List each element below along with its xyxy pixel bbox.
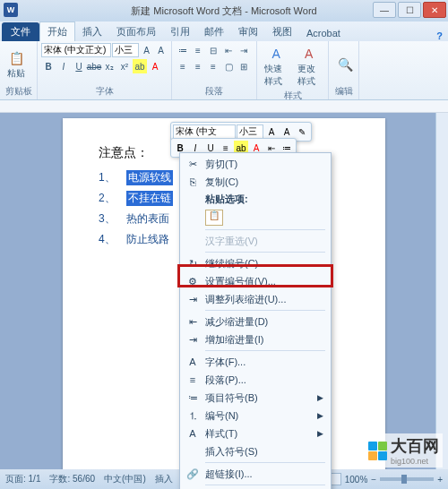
status-page[interactable]: 页面: 1/1	[5, 473, 40, 485]
mini-format-painter-icon[interactable]: ✎	[295, 124, 309, 139]
status-insert[interactable]: 插入	[155, 473, 173, 485]
menu-numbering[interactable]: ⒈编号(N)▶	[182, 407, 329, 425]
shading-icon[interactable]: ▢	[221, 59, 236, 73]
menu-copy[interactable]: ⎘复制(C)	[182, 173, 329, 191]
align-right-icon[interactable]: ≡	[206, 59, 220, 73]
subscript-button[interactable]: x₂	[102, 59, 116, 73]
menu-styles[interactable]: A样式(T)▶	[182, 425, 329, 442]
window-controls: — ☐ ✕	[371, 2, 446, 18]
window-title: 新建 Microsoft Word 文档 - Microsoft Word	[131, 4, 316, 18]
group-font-label: 字体	[41, 85, 168, 98]
borders-icon[interactable]: ⊞	[237, 59, 251, 73]
shrink-font-icon[interactable]: A	[154, 43, 168, 57]
change-styles-button[interactable]: A更改样式	[294, 43, 325, 90]
group-clipboard-label: 剪贴板	[4, 85, 33, 98]
align-center-icon[interactable]: ≡	[191, 59, 205, 73]
grow-font-icon[interactable]: A	[140, 43, 153, 57]
menu-cut[interactable]: ✂剪切(T)	[182, 155, 329, 173]
watermark-logo-icon	[367, 441, 387, 460]
copy-icon: ⎘	[185, 176, 200, 187]
tab-review[interactable]: 审阅	[231, 22, 265, 41]
zoom-out-button[interactable]: −	[371, 475, 376, 485]
zoom-in-button[interactable]: +	[437, 475, 443, 485]
minimize-button[interactable]: —	[373, 2, 396, 18]
context-menu: ✂剪切(T) ⎘复制(C) 粘贴选项: 📋 汉字重选(V) ↻继续编号(C) ⚙…	[179, 152, 332, 489]
multilevel-icon[interactable]: ⊟	[206, 43, 220, 57]
group-font: A A B I U abe x₂ x² ab A 字体	[38, 41, 172, 99]
numbering-icon: ⒈	[185, 409, 200, 423]
status-words[interactable]: 字数: 56/60	[49, 473, 95, 485]
paragraph-icon: ≡	[185, 374, 200, 385]
tab-acrobat[interactable]: Acrobat	[299, 25, 348, 41]
superscript-button[interactable]: x²	[117, 59, 132, 73]
menu-restart-numbering[interactable]: ↻继续编号(C)	[182, 254, 329, 272]
group-editing-label: 编辑	[332, 85, 355, 98]
quick-styles-button[interactable]: A快速样式	[261, 43, 292, 90]
ribbon-tabs: 文件 开始 插入 页面布局 引用 邮件 审阅 视图 Acrobat ?	[0, 21, 448, 41]
group-clipboard: 📋粘贴 剪贴板	[0, 41, 38, 99]
italic-button[interactable]: I	[56, 59, 71, 73]
underline-button[interactable]: U	[72, 59, 86, 73]
indent-right-icon[interactable]: ⇥	[237, 43, 251, 57]
tab-insert[interactable]: 插入	[75, 22, 109, 41]
numbering-icon[interactable]: ≡	[191, 43, 205, 57]
menu-set-numbering-value[interactable]: ⚙设置编号值(V)...	[182, 272, 329, 290]
indent-left-icon[interactable]: ⇤	[221, 43, 236, 57]
zoom-level[interactable]: 100%	[345, 475, 368, 485]
paste-options-header: 粘贴选项:	[182, 191, 329, 208]
set-num-icon: ⚙	[185, 276, 200, 287]
paste-keep-format-icon[interactable]: 📋	[205, 210, 223, 226]
status-language[interactable]: 中文(中国)	[104, 473, 146, 485]
editing-button[interactable]: 🔍	[332, 54, 358, 75]
mini-grow-font-icon[interactable]: A	[264, 124, 279, 139]
menu-hyperlink[interactable]: 🔗超链接(I)...	[182, 465, 329, 483]
bold-button[interactable]: B	[41, 59, 56, 73]
increase-indent-icon: ⇥	[185, 334, 200, 346]
help-icon[interactable]: ?	[436, 30, 443, 41]
align-left-icon[interactable]: ≡	[176, 59, 190, 73]
menu-decrease-indent[interactable]: ⇤减少缩进量(D)	[182, 313, 329, 330]
font-size-select[interactable]	[112, 43, 139, 57]
watermark-brand: 大百网	[391, 437, 439, 455]
group-paragraph-label: 段落	[176, 85, 253, 98]
menu-ime-reconvert: 汉字重选(V)	[182, 232, 329, 250]
vertical-scrollbar[interactable]	[435, 113, 448, 469]
bullets-icon: ≔	[185, 392, 200, 404]
bullets-icon[interactable]: ≔	[176, 43, 190, 57]
hyperlink-icon: 🔗	[185, 468, 200, 480]
styles-icon: A	[185, 428, 200, 439]
cut-icon: ✂	[185, 159, 200, 170]
font-icon: A	[185, 356, 200, 367]
paste-button[interactable]: 📋粘贴	[4, 47, 29, 82]
mini-shrink-font-icon[interactable]: A	[280, 124, 294, 139]
close-button[interactable]: ✕	[423, 2, 446, 18]
tab-mail[interactable]: 邮件	[197, 22, 231, 41]
menu-font[interactable]: A字体(F)...	[182, 353, 329, 371]
strike-button[interactable]: abe	[87, 59, 101, 73]
tab-file[interactable]: 文件	[2, 22, 39, 41]
ribbon: 📋粘贴 剪贴板 A A B I U abe x₂ x² ab A 字体	[0, 41, 448, 100]
tab-home[interactable]: 开始	[39, 21, 75, 41]
zoom-slider[interactable]	[380, 477, 434, 481]
menu-paragraph[interactable]: ≡段落(P)...	[182, 371, 329, 389]
highlight-button[interactable]: ab	[133, 59, 147, 73]
decrease-indent-icon: ⇤	[185, 316, 200, 328]
font-color-button[interactable]: A	[148, 59, 162, 73]
menu-adjust-list-indent[interactable]: ⇥调整列表缩进(U)...	[182, 290, 329, 308]
group-styles-label: 样式	[261, 90, 324, 102]
maximize-button[interactable]: ☐	[398, 2, 421, 18]
tab-references[interactable]: 引用	[163, 22, 197, 41]
tab-layout[interactable]: 页面布局	[109, 22, 163, 41]
titlebar: W 新建 Microsoft Word 文档 - Microsoft Word …	[0, 0, 448, 21]
menu-increase-indent[interactable]: ⇥增加缩进量(I)	[182, 330, 329, 348]
mini-font-size[interactable]	[237, 124, 263, 139]
watermark-url: big100.net	[391, 457, 439, 466]
menu-insert-symbol[interactable]: 插入符号(S)	[182, 442, 329, 460]
menu-bullets[interactable]: ≔项目符号(B)▶	[182, 389, 329, 407]
mini-font-name[interactable]	[173, 124, 236, 139]
font-name-select[interactable]	[41, 43, 111, 57]
paste-options: 📋	[182, 208, 329, 227]
app-icon: W	[4, 3, 18, 17]
restart-num-icon: ↻	[185, 258, 200, 270]
tab-view[interactable]: 视图	[265, 22, 299, 41]
